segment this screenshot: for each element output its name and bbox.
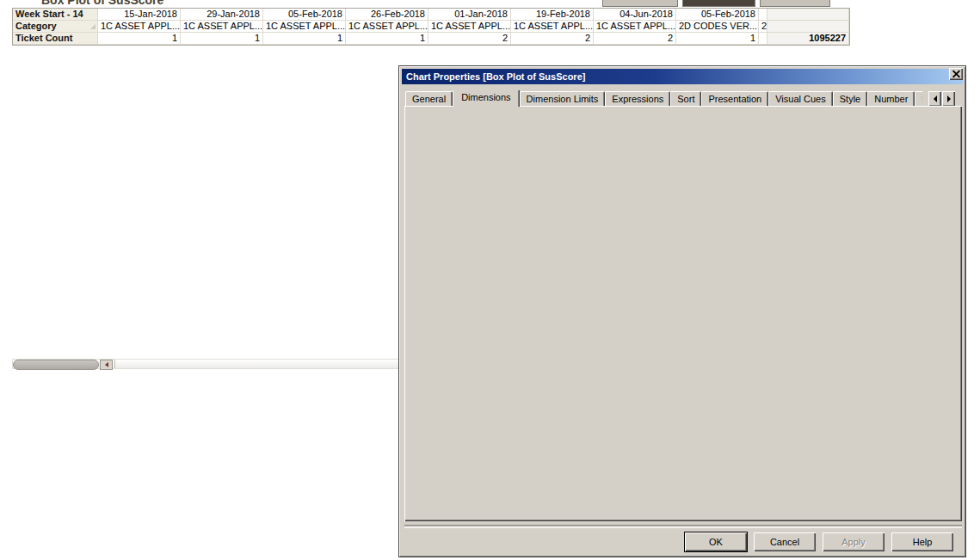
row-label-cell[interactable]: Category xyxy=(13,21,98,33)
table-cell[interactable]: 04-Jun-2018 xyxy=(594,9,676,21)
scroll-left-icon xyxy=(105,362,108,367)
table-cell[interactable]: 1C ASSET APPL... xyxy=(428,21,511,33)
table-cell-clipped: 2 xyxy=(759,21,767,33)
table-cell[interactable]: 1C ASSET APPL... xyxy=(98,21,181,33)
fast-change-button-stub[interactable] xyxy=(602,0,678,7)
tab-dimensions[interactable]: Dimensions xyxy=(453,90,519,107)
table-cell[interactable]: 15-Jan-2018 xyxy=(98,9,181,21)
table-cell[interactable]: 1C ASSET APPL... xyxy=(263,21,346,33)
tab-expressions[interactable]: Expressions xyxy=(605,91,670,107)
close-icon xyxy=(952,71,960,78)
tab-sort[interactable]: Sort xyxy=(670,91,701,107)
table-cell[interactable]: 1C ASSET APPL... xyxy=(346,21,428,33)
chevron-right-icon xyxy=(947,95,951,102)
table-cell[interactable]: 2D CODES VER... xyxy=(676,21,759,33)
chevron-left-icon xyxy=(934,95,937,102)
scroll-left-button[interactable] xyxy=(100,360,113,370)
table-cell-clipped xyxy=(759,33,767,45)
cancel-button[interactable]: Cancel xyxy=(754,532,816,551)
dialog-titlebar[interactable]: Chart Properties [Box Plot of SusScore] xyxy=(402,69,963,84)
table-cell[interactable]: 1C ASSET APPL... xyxy=(181,21,263,33)
table-cell[interactable]: 26-Feb-2018 xyxy=(346,9,428,21)
tab-general[interactable]: General xyxy=(405,91,453,107)
table-cell[interactable]: 1 xyxy=(346,33,428,45)
table-cell[interactable]: 2 xyxy=(594,33,676,45)
tab-number[interactable]: Number xyxy=(867,91,915,107)
row-label-cell[interactable]: Week Start - 14 xyxy=(13,9,98,21)
total-spacer-cell xyxy=(767,9,849,21)
row-label-cell[interactable]: Ticket Count xyxy=(13,33,98,45)
table-cell[interactable]: 1C ASSET APPL... xyxy=(511,21,594,33)
table-cell[interactable]: 05-Feb-2018 xyxy=(263,9,346,21)
table-cell[interactable]: 2 xyxy=(428,33,511,45)
tab-style[interactable]: Style xyxy=(833,91,867,107)
ticket-count-row: Ticket Count111122211095227 xyxy=(13,33,849,45)
table-cell[interactable]: 05-Feb-2018 xyxy=(676,9,759,21)
help-button[interactable]: Help xyxy=(891,532,953,551)
table-cell[interactable]: 1 xyxy=(676,33,759,45)
table-cell[interactable]: 1C ASSET APPL... xyxy=(594,21,676,33)
tab-scroll-left-button[interactable] xyxy=(928,91,941,107)
scrollbar-tick xyxy=(114,360,115,368)
tab-content-pane xyxy=(404,106,962,521)
tab-visual-cues[interactable]: Visual Cues xyxy=(768,91,833,107)
pivot-table: Week Start - 1415-Jan-201829-Jan-201805-… xyxy=(12,8,850,46)
fast-change-button-stub-active[interactable] xyxy=(682,0,755,7)
tab-dimension-limits[interactable]: Dimension Limits xyxy=(520,91,606,107)
tab-presentation[interactable]: Presentation xyxy=(701,91,768,107)
table-cell[interactable]: 29-Jan-2018 xyxy=(181,9,263,21)
sort-indicator-icon xyxy=(90,24,96,29)
table-cell[interactable]: 1 xyxy=(181,33,263,45)
tab-scroll-right-button[interactable] xyxy=(942,91,955,107)
total-spacer-cell xyxy=(767,21,849,33)
fast-change-button-stub[interactable] xyxy=(760,0,830,7)
ok-button[interactable]: OK xyxy=(685,532,747,551)
footer-separator xyxy=(404,525,962,528)
apply-button[interactable]: Apply xyxy=(823,532,884,551)
screen: Box Plot of SusScore Week Start - 1415-J… xyxy=(0,0,980,560)
table-cell[interactable]: 2 xyxy=(511,33,594,45)
close-button[interactable] xyxy=(949,68,963,80)
tab-strip: GeneralDimensionsDimension LimitsExpress… xyxy=(405,90,922,107)
total-cell: 1095227 xyxy=(767,33,849,45)
table-cell[interactable]: 01-Jan-2018 xyxy=(428,9,511,21)
horizontal-scrollbar[interactable] xyxy=(12,359,399,369)
category-row: Category1C ASSET APPL...1C ASSET APPL...… xyxy=(13,21,849,33)
chart-properties-dialog: Chart Properties [Box Plot of SusScore] … xyxy=(398,65,966,557)
scrollbar-thumb[interactable] xyxy=(13,360,99,370)
week-start-row: Week Start - 1415-Jan-201829-Jan-201805-… xyxy=(13,9,849,21)
tab-font[interactable]: Font xyxy=(915,91,922,107)
table-cell[interactable]: 1 xyxy=(98,33,181,45)
table-cell-clipped xyxy=(759,9,767,21)
table-cell[interactable]: 1 xyxy=(263,33,346,45)
table-cell[interactable]: 19-Feb-2018 xyxy=(511,9,594,21)
chart-title: Box Plot of SusScore xyxy=(41,0,274,6)
